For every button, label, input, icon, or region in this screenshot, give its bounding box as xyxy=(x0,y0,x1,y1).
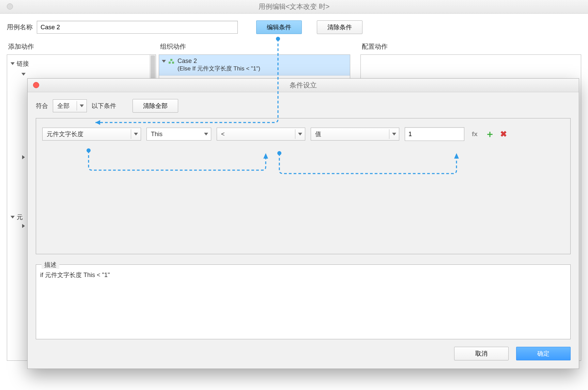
clear-all-button[interactable]: 清除全部 xyxy=(133,99,178,113)
case-node-subtext: (Else If 元件文字长度 This < "1") xyxy=(163,65,346,72)
description-legend: 描述 xyxy=(42,261,59,269)
case-node-name: Case 2 xyxy=(177,58,197,65)
description-text: if 元件文字长度 This < "1" xyxy=(40,271,566,279)
following-label: 以下条件 xyxy=(92,102,116,110)
case-node[interactable]: Case 2 (Else If 元件文字长度 This < "1") xyxy=(159,55,350,76)
org-action-title: 组织动作 xyxy=(159,42,350,51)
chevron-down-icon xyxy=(11,216,15,218)
add-condition-icon[interactable]: ＋ xyxy=(485,128,495,141)
condition-dialog: 条件设立 符合 全部 以下条件 清除全部 元件文字长度 This xyxy=(27,78,579,369)
conditions-area: 元件文字长度 This < 值 fx ＋ ✖ xyxy=(36,118,571,254)
edit-condition-button[interactable]: 编辑条件 xyxy=(256,20,302,34)
close-icon[interactable] xyxy=(33,82,39,88)
add-action-title: 添加动作 xyxy=(7,42,156,51)
case-editor-title: 用例编辑<文本改变 时> xyxy=(259,2,330,11)
tree-label: 链接 xyxy=(17,60,29,68)
ok-button[interactable]: 确定 xyxy=(516,347,571,360)
chevron-down-icon xyxy=(162,60,166,63)
target-dropdown[interactable]: This xyxy=(146,128,211,141)
condition-title: 条件设立 xyxy=(290,81,317,90)
delete-condition-icon[interactable]: ✖ xyxy=(500,129,507,139)
tree-item-sub[interactable] xyxy=(10,69,153,79)
cfg-action-title: 配置动作 xyxy=(350,42,581,51)
match-dropdown[interactable]: 全部 xyxy=(53,99,87,112)
match-value: 全部 xyxy=(57,102,69,110)
tree-label xyxy=(28,70,29,78)
operator-dropdown[interactable]: < xyxy=(217,128,305,141)
match-label: 符合 xyxy=(36,102,48,110)
target-value: This xyxy=(151,131,163,138)
fx-button[interactable]: fx xyxy=(470,130,480,138)
rhs-type-dropdown[interactable]: 值 xyxy=(311,128,399,141)
description-box: 描述 if 元件文字长度 This < "1" xyxy=(36,264,571,339)
cancel-button[interactable]: 取消 xyxy=(454,347,509,360)
condition-type-value: 元件文字长度 xyxy=(47,130,83,138)
case-name-label: 用例名称 xyxy=(7,23,33,32)
case-editor-titlebar: 用例编辑<文本改变 时> xyxy=(0,0,588,14)
condition-row: 元件文字长度 This < 值 fx ＋ ✖ xyxy=(42,127,564,141)
chevron-right-icon xyxy=(22,155,25,159)
operator-value: < xyxy=(221,131,225,138)
chevron-down-icon xyxy=(134,133,138,135)
chevron-down-icon xyxy=(21,73,26,76)
chevron-down-icon xyxy=(80,104,84,107)
close-dot-icon[interactable] xyxy=(7,3,13,10)
tree-item-links[interactable]: 链接 xyxy=(10,58,153,69)
rhs-type-value: 值 xyxy=(315,130,321,138)
condition-type-dropdown[interactable]: 元件文字长度 xyxy=(42,128,141,141)
chevron-down-icon xyxy=(298,133,302,135)
case-name-input[interactable] xyxy=(37,21,238,34)
tree-label: 元 xyxy=(17,213,23,221)
chevron-right-icon xyxy=(22,224,25,228)
condition-titlebar: 条件设立 xyxy=(28,79,579,92)
clear-condition-button[interactable]: 清除条件 xyxy=(317,20,362,34)
chevron-down-icon xyxy=(392,133,396,135)
rhs-value-input[interactable] xyxy=(405,127,464,141)
flow-icon xyxy=(169,59,174,64)
chevron-down-icon xyxy=(11,62,15,65)
chevron-down-icon xyxy=(204,133,208,135)
